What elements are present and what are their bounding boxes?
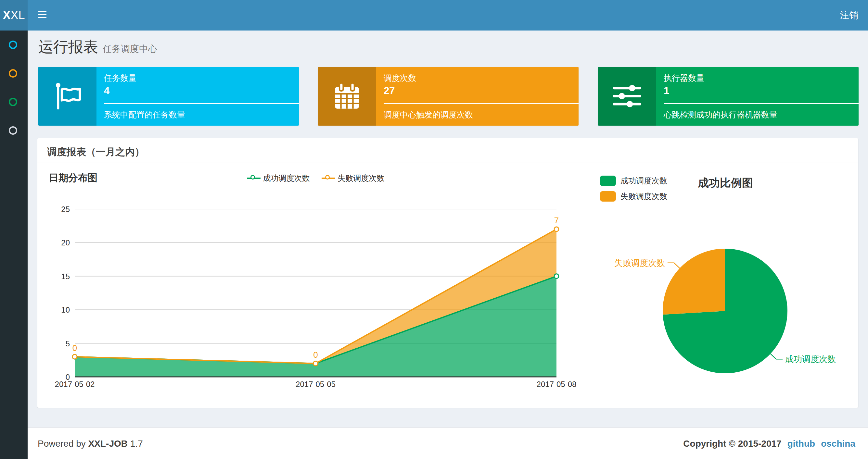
page-subtitle: 任务调度中心	[103, 44, 157, 54]
svg-text:15: 15	[61, 272, 70, 281]
stat-box-jobs: 任务数量 4 系统中配置的任务数量	[38, 67, 299, 126]
stat-value: 1	[664, 85, 669, 97]
svg-text:10: 10	[61, 305, 70, 314]
flag-icon	[38, 67, 96, 126]
brand: XXL-JOB	[88, 438, 128, 449]
copyright: Copyright © 2015-2017githuboschina	[683, 438, 855, 449]
svg-text:7: 7	[554, 216, 559, 225]
legend-item-success[interactable]: 成功调度次数	[247, 173, 310, 184]
panel-title: 调度报表（一月之内）	[47, 145, 145, 159]
svg-text:25: 25	[61, 205, 70, 214]
logo-bold: X	[3, 8, 10, 22]
stat-desc: 系统中配置的任务数量	[104, 109, 185, 120]
svg-text:失败调度次数: 失败调度次数	[614, 258, 665, 268]
date-distribution-chart[interactable]: 00705101520252017-05-022017-05-052017-05…	[28, 195, 599, 416]
svg-text:2017-05-05: 2017-05-05	[296, 380, 336, 389]
stat-box-executors: 执行器数量 1 心跳检测成功的执行器机器数量	[598, 67, 859, 126]
circle-icon	[9, 98, 17, 106]
stat-label: 任务数量	[104, 73, 136, 84]
legend-item-fail[interactable]: 失败调度次数	[321, 173, 384, 184]
sliders-icon	[598, 67, 656, 126]
line-legend-marker	[247, 174, 260, 183]
svg-text:成功调度次数: 成功调度次数	[785, 354, 836, 364]
svg-text:0: 0	[313, 350, 318, 360]
svg-text:5: 5	[66, 339, 70, 348]
circle-icon	[9, 40, 17, 49]
sidebar	[0, 31, 28, 459]
stat-label: 调度次数	[384, 73, 416, 84]
oschina-link[interactable]: oschina	[821, 438, 855, 449]
circle-icon	[9, 126, 17, 135]
svg-text:20: 20	[61, 238, 70, 247]
stat-desc: 调度中心触发的调度次数	[384, 109, 473, 120]
logo-rest: XL	[10, 8, 25, 22]
navbar: XXL 注销	[0, 0, 868, 31]
footer: Powered by XXL-JOB 1.7 Copyright © 2015-…	[28, 427, 868, 459]
svg-text:2017-05-08: 2017-05-08	[537, 380, 577, 389]
stat-label: 执行器数量	[664, 73, 704, 84]
success-ratio-chart[interactable]: 成功调度次数失败调度次数	[582, 162, 861, 409]
svg-text:2017-05-02: 2017-05-02	[55, 380, 95, 389]
stat-value: 4	[104, 85, 110, 97]
stat-desc: 心跳检测成功的执行器机器数量	[664, 109, 777, 120]
sidebar-item-job[interactable]	[0, 59, 28, 88]
stat-divider	[664, 103, 859, 104]
stat-divider	[104, 103, 299, 104]
stat-divider	[384, 103, 579, 104]
page-title: 运行报表	[38, 38, 98, 55]
svg-text:0: 0	[72, 343, 77, 353]
stat-box-triggers: 调度次数 27 调度中心触发的调度次数	[318, 67, 579, 126]
line-chart-legend: 成功调度次数 失败调度次数	[75, 173, 556, 184]
stat-value: 27	[384, 85, 395, 97]
line-legend-marker	[321, 174, 335, 183]
page-header: 运行报表任务调度中心	[38, 37, 688, 63]
logout-link[interactable]: 注销	[830, 0, 868, 31]
menu-toggle-icon[interactable]	[38, 11, 46, 20]
circle-icon	[9, 69, 17, 77]
logo[interactable]: XXL	[0, 0, 28, 31]
sidebar-item-report[interactable]	[0, 31, 28, 59]
github-link[interactable]: github	[787, 438, 815, 449]
panel-header: 调度报表（一月之内）	[37, 138, 858, 163]
sidebar-item-log[interactable]	[0, 88, 28, 116]
sidebar-item-executor[interactable]	[0, 116, 28, 145]
powered-by: Powered by XXL-JOB 1.7	[38, 438, 143, 449]
calendar-icon	[318, 67, 376, 126]
